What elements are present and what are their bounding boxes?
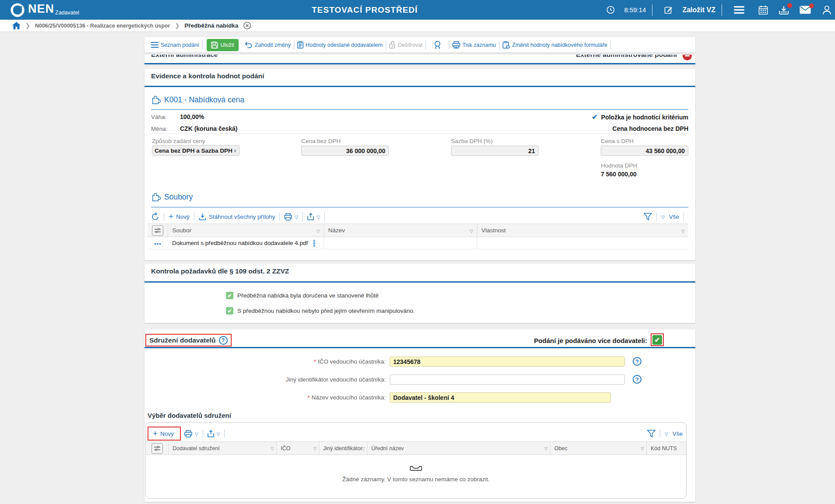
k001-header: K001 - Nabídková cena	[151, 95, 244, 105]
save-button[interactable]: Uložit	[207, 39, 239, 51]
price-vat-label: Cena s DPH	[601, 138, 634, 144]
user-icon[interactable]	[822, 5, 831, 15]
row-menu-icon[interactable]	[313, 240, 315, 247]
export-icon[interactable]	[208, 430, 220, 438]
mail-badge	[809, 4, 814, 8]
supplier-values-button[interactable]: Hodnoty odeslané dodavatelem	[297, 41, 383, 49]
filter-icon[interactable]	[644, 213, 652, 220]
method-label: Způsob zadání ceny	[152, 138, 205, 144]
external-admin-flag-icon[interactable]	[683, 55, 692, 60]
calendar-icon[interactable]	[758, 5, 768, 15]
column-header[interactable]: Kód NUTS	[646, 442, 686, 455]
create-vz-button[interactable]: Založit VZ	[682, 6, 715, 14]
section-underline	[144, 281, 695, 283]
vat-rate-label: Sazba DPH (%)	[451, 138, 493, 144]
sdruzeni-section: Sdružení dodavatelů ? Podání je podáváno…	[144, 329, 695, 502]
weight-value: 100,00%	[180, 113, 204, 120]
sdruzeni-title: Sdružení dodavatelů	[149, 336, 216, 344]
ico-input[interactable]: 12345678	[390, 357, 625, 367]
criterion-icon	[151, 95, 161, 105]
files-table: Soubor Název Vlastnost Dokument s předbě…	[148, 224, 688, 249]
download-all-button[interactable]: Stáhnout všechny přílohy	[199, 213, 275, 220]
multi-supplier-label: Podání je podáváno více dodavateli:	[534, 337, 647, 344]
close-tab-icon[interactable]	[243, 22, 251, 29]
k001-underline	[151, 109, 688, 110]
column-settings-icon[interactable]	[151, 443, 163, 454]
nen-logo[interactable]: NEN Zadavatel	[10, 2, 79, 18]
list-of-submissions-button[interactable]: Seznam podání	[151, 42, 199, 48]
notifications-icon[interactable]	[433, 41, 441, 49]
menu-icon[interactable]	[734, 6, 744, 14]
refresh-icon[interactable]	[151, 213, 159, 221]
change-form-values-button[interactable]: Změnit hodnoty nabídkového formuláře	[503, 41, 608, 49]
column-header[interactable]: IČO	[276, 442, 319, 455]
file-name[interactable]: Dokument s předběžnou nabídkou dodavatel…	[172, 240, 308, 246]
name-input[interactable]: Dodavatel - školení 4	[390, 392, 611, 402]
files-filter-bar: Vše	[644, 211, 688, 222]
column-header-soubor[interactable]: Soubor	[168, 224, 324, 237]
column-header[interactable]: Obec	[550, 442, 646, 455]
print-record-button[interactable]: Tisk záznamu	[452, 41, 496, 49]
price-input[interactable]: 36 000 000,00	[301, 146, 389, 156]
check-row: ✔ Předběžná nabídka byla doručena ve sta…	[226, 292, 379, 299]
file-row[interactable]: Dokument s předběžnou nabídkou dodavatel…	[148, 237, 688, 249]
grid-filter-bar: Vše	[647, 427, 683, 440]
other-id-input[interactable]	[390, 374, 625, 385]
help-icon[interactable]: ?	[633, 357, 641, 366]
filter-icon[interactable]	[647, 430, 655, 438]
multi-supplier-checkbox[interactable]: ✔	[652, 335, 662, 345]
grid-new-button[interactable]: +Nový	[153, 430, 174, 437]
vat-value: 7 560 000,00	[601, 171, 637, 178]
breadcrumb-current: Předběžná nabídka	[184, 22, 238, 29]
price-vat-input[interactable]: 43 560 000,00	[601, 146, 688, 156]
price-label: Cena bez DPH	[301, 138, 341, 144]
weight-label: Váha:	[151, 114, 166, 120]
brand-name: NEN	[28, 2, 54, 15]
column-settings-icon[interactable]	[152, 225, 163, 236]
decrypt-button: Dešifrovat	[389, 41, 423, 49]
clock-icon	[606, 6, 615, 14]
vat-rate-input[interactable]: 21	[451, 146, 539, 156]
table-settings-cell[interactable]	[146, 442, 168, 455]
print-icon[interactable]	[284, 213, 298, 220]
files-show-all[interactable]: Vše	[661, 214, 679, 220]
section-underline	[144, 63, 695, 64]
files-new-button[interactable]: +Nový	[169, 213, 190, 220]
help-icon[interactable]: ?	[633, 375, 641, 384]
downloads-icon[interactable]	[779, 5, 789, 15]
discard-changes-button[interactable]: Zahodit změny	[244, 42, 291, 48]
export-icon[interactable]	[307, 213, 320, 220]
check-row: ✔ S předběžnou nabídkou nebylo před její…	[226, 307, 415, 315]
column-header[interactable]: Úřední název	[367, 442, 550, 455]
environment-title: TESTOVACÍ PROSTŘEDÍ	[312, 5, 418, 15]
grid-toolbar: +Nový	[151, 427, 229, 440]
help-icon[interactable]: ?	[219, 336, 228, 345]
print-icon[interactable]	[184, 430, 198, 438]
clock-time: 8:59:14	[624, 6, 646, 14]
evidence-title: Evidence a kontrola hodnot podání	[151, 72, 264, 80]
external-admin-section: Externí administrace Externě administrov…	[144, 55, 695, 64]
section-underline	[144, 86, 695, 87]
empty-tray-icon	[409, 461, 423, 472]
section-underline	[144, 347, 695, 348]
check-icon: ✔	[226, 307, 233, 315]
price-method-select[interactable]: Cena bez DPH a Sazba DPH∨	[152, 145, 240, 156]
kontrola-title: Kontrola požadavků dle § 109 odst. 2 ZZV…	[151, 267, 289, 275]
brand-role: Zadavatel	[55, 10, 79, 16]
mail-icon[interactable]	[800, 6, 811, 14]
criterion-flag: ✔ Položka je hodnotící kritérium	[592, 113, 688, 121]
column-header[interactable]: Dodavatel sdružení	[168, 442, 276, 455]
home-icon[interactable]	[12, 22, 21, 29]
column-header-nazev[interactable]: Název	[324, 224, 477, 237]
column-header-vlastnost[interactable]: Vlastnost	[477, 224, 688, 237]
file-vlastnost-cell	[477, 237, 688, 249]
downloads-badge	[787, 3, 792, 8]
breadcrumb-link[interactable]: N006/25/V00005136 - Realizace energetick…	[35, 23, 170, 29]
download-icon	[199, 213, 206, 220]
grid-show-all[interactable]: Vše	[665, 430, 683, 437]
row-drag-icon[interactable]	[154, 243, 161, 245]
table-settings-cell[interactable]	[148, 224, 168, 237]
column-header[interactable]: Jiný identifikátor	[319, 442, 367, 455]
create-vz-icon[interactable]	[664, 6, 673, 14]
file-nazev-cell	[324, 237, 477, 249]
